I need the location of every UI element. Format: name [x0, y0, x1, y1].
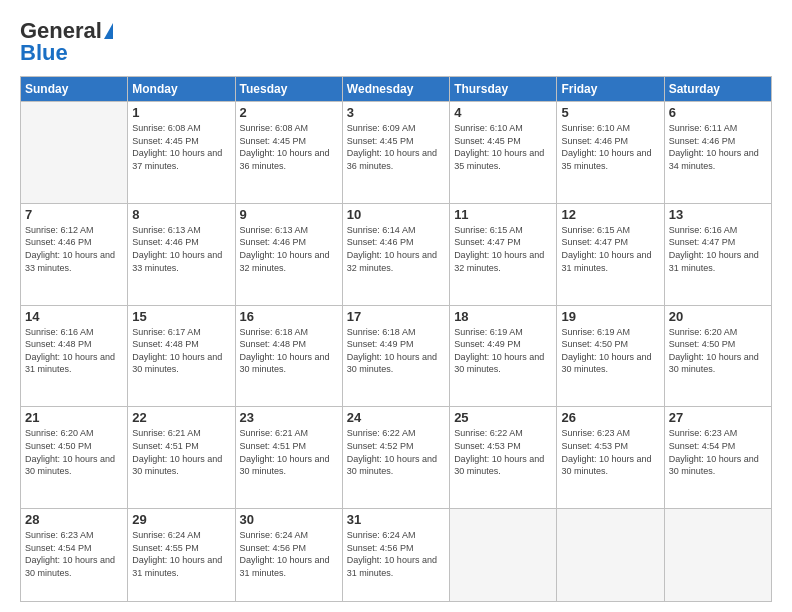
calendar-cell: 29Sunrise: 6:24 AMSunset: 4:55 PMDayligh…	[128, 509, 235, 602]
logo: General Blue	[20, 18, 113, 66]
day-number: 26	[561, 410, 659, 425]
day-info: Sunrise: 6:24 AMSunset: 4:56 PMDaylight:…	[347, 529, 445, 579]
calendar-cell: 7Sunrise: 6:12 AMSunset: 4:46 PMDaylight…	[21, 203, 128, 305]
day-number: 13	[669, 207, 767, 222]
calendar-cell: 2Sunrise: 6:08 AMSunset: 4:45 PMDaylight…	[235, 102, 342, 204]
day-number: 14	[25, 309, 123, 324]
day-number: 17	[347, 309, 445, 324]
day-header-monday: Monday	[128, 77, 235, 102]
header: General Blue	[20, 18, 772, 66]
calendar-week-1: 1Sunrise: 6:08 AMSunset: 4:45 PMDaylight…	[21, 102, 772, 204]
logo-triangle-icon	[104, 23, 113, 39]
calendar-cell: 6Sunrise: 6:11 AMSunset: 4:46 PMDaylight…	[664, 102, 771, 204]
calendar-table: SundayMondayTuesdayWednesdayThursdayFrid…	[20, 76, 772, 602]
day-number: 3	[347, 105, 445, 120]
calendar-cell: 5Sunrise: 6:10 AMSunset: 4:46 PMDaylight…	[557, 102, 664, 204]
calendar-cell: 14Sunrise: 6:16 AMSunset: 4:48 PMDayligh…	[21, 305, 128, 407]
calendar-cell	[450, 509, 557, 602]
day-info: Sunrise: 6:21 AMSunset: 4:51 PMDaylight:…	[132, 427, 230, 477]
day-number: 25	[454, 410, 552, 425]
day-number: 29	[132, 512, 230, 527]
day-info: Sunrise: 6:20 AMSunset: 4:50 PMDaylight:…	[669, 326, 767, 376]
calendar-week-2: 7Sunrise: 6:12 AMSunset: 4:46 PMDaylight…	[21, 203, 772, 305]
day-number: 7	[25, 207, 123, 222]
day-number: 31	[347, 512, 445, 527]
day-info: Sunrise: 6:22 AMSunset: 4:53 PMDaylight:…	[454, 427, 552, 477]
calendar-cell: 26Sunrise: 6:23 AMSunset: 4:53 PMDayligh…	[557, 407, 664, 509]
calendar-cell: 15Sunrise: 6:17 AMSunset: 4:48 PMDayligh…	[128, 305, 235, 407]
day-info: Sunrise: 6:12 AMSunset: 4:46 PMDaylight:…	[25, 224, 123, 274]
day-number: 24	[347, 410, 445, 425]
calendar-cell: 27Sunrise: 6:23 AMSunset: 4:54 PMDayligh…	[664, 407, 771, 509]
calendar-cell	[21, 102, 128, 204]
calendar-cell: 18Sunrise: 6:19 AMSunset: 4:49 PMDayligh…	[450, 305, 557, 407]
day-number: 16	[240, 309, 338, 324]
day-number: 2	[240, 105, 338, 120]
day-info: Sunrise: 6:08 AMSunset: 4:45 PMDaylight:…	[132, 122, 230, 172]
day-number: 18	[454, 309, 552, 324]
calendar-cell: 9Sunrise: 6:13 AMSunset: 4:46 PMDaylight…	[235, 203, 342, 305]
calendar-cell: 20Sunrise: 6:20 AMSunset: 4:50 PMDayligh…	[664, 305, 771, 407]
logo-blue: Blue	[20, 40, 68, 66]
day-info: Sunrise: 6:17 AMSunset: 4:48 PMDaylight:…	[132, 326, 230, 376]
calendar-cell: 21Sunrise: 6:20 AMSunset: 4:50 PMDayligh…	[21, 407, 128, 509]
calendar-week-3: 14Sunrise: 6:16 AMSunset: 4:48 PMDayligh…	[21, 305, 772, 407]
day-info: Sunrise: 6:19 AMSunset: 4:49 PMDaylight:…	[454, 326, 552, 376]
calendar-header-row: SundayMondayTuesdayWednesdayThursdayFrid…	[21, 77, 772, 102]
calendar-cell: 31Sunrise: 6:24 AMSunset: 4:56 PMDayligh…	[342, 509, 449, 602]
day-header-sunday: Sunday	[21, 77, 128, 102]
day-number: 19	[561, 309, 659, 324]
day-number: 23	[240, 410, 338, 425]
day-info: Sunrise: 6:10 AMSunset: 4:45 PMDaylight:…	[454, 122, 552, 172]
day-info: Sunrise: 6:18 AMSunset: 4:48 PMDaylight:…	[240, 326, 338, 376]
calendar-cell: 30Sunrise: 6:24 AMSunset: 4:56 PMDayligh…	[235, 509, 342, 602]
day-info: Sunrise: 6:13 AMSunset: 4:46 PMDaylight:…	[240, 224, 338, 274]
day-number: 12	[561, 207, 659, 222]
calendar-cell: 16Sunrise: 6:18 AMSunset: 4:48 PMDayligh…	[235, 305, 342, 407]
day-number: 10	[347, 207, 445, 222]
day-info: Sunrise: 6:24 AMSunset: 4:56 PMDaylight:…	[240, 529, 338, 579]
day-info: Sunrise: 6:16 AMSunset: 4:48 PMDaylight:…	[25, 326, 123, 376]
calendar-week-5: 28Sunrise: 6:23 AMSunset: 4:54 PMDayligh…	[21, 509, 772, 602]
day-info: Sunrise: 6:15 AMSunset: 4:47 PMDaylight:…	[454, 224, 552, 274]
day-number: 30	[240, 512, 338, 527]
day-number: 11	[454, 207, 552, 222]
day-header-thursday: Thursday	[450, 77, 557, 102]
calendar-cell: 4Sunrise: 6:10 AMSunset: 4:45 PMDaylight…	[450, 102, 557, 204]
day-number: 28	[25, 512, 123, 527]
calendar-cell: 22Sunrise: 6:21 AMSunset: 4:51 PMDayligh…	[128, 407, 235, 509]
day-header-saturday: Saturday	[664, 77, 771, 102]
day-number: 21	[25, 410, 123, 425]
day-number: 20	[669, 309, 767, 324]
calendar-week-4: 21Sunrise: 6:20 AMSunset: 4:50 PMDayligh…	[21, 407, 772, 509]
day-number: 22	[132, 410, 230, 425]
calendar-cell: 23Sunrise: 6:21 AMSunset: 4:51 PMDayligh…	[235, 407, 342, 509]
day-header-friday: Friday	[557, 77, 664, 102]
day-info: Sunrise: 6:23 AMSunset: 4:53 PMDaylight:…	[561, 427, 659, 477]
day-number: 5	[561, 105, 659, 120]
calendar-cell: 25Sunrise: 6:22 AMSunset: 4:53 PMDayligh…	[450, 407, 557, 509]
calendar-cell: 19Sunrise: 6:19 AMSunset: 4:50 PMDayligh…	[557, 305, 664, 407]
calendar-cell: 8Sunrise: 6:13 AMSunset: 4:46 PMDaylight…	[128, 203, 235, 305]
day-info: Sunrise: 6:22 AMSunset: 4:52 PMDaylight:…	[347, 427, 445, 477]
day-info: Sunrise: 6:23 AMSunset: 4:54 PMDaylight:…	[669, 427, 767, 477]
calendar-page: General Blue SundayMondayTuesdayWednesda…	[0, 0, 792, 612]
calendar-cell: 11Sunrise: 6:15 AMSunset: 4:47 PMDayligh…	[450, 203, 557, 305]
calendar-cell: 24Sunrise: 6:22 AMSunset: 4:52 PMDayligh…	[342, 407, 449, 509]
day-number: 4	[454, 105, 552, 120]
calendar-cell: 17Sunrise: 6:18 AMSunset: 4:49 PMDayligh…	[342, 305, 449, 407]
day-info: Sunrise: 6:24 AMSunset: 4:55 PMDaylight:…	[132, 529, 230, 579]
day-info: Sunrise: 6:09 AMSunset: 4:45 PMDaylight:…	[347, 122, 445, 172]
day-header-tuesday: Tuesday	[235, 77, 342, 102]
day-info: Sunrise: 6:18 AMSunset: 4:49 PMDaylight:…	[347, 326, 445, 376]
day-number: 15	[132, 309, 230, 324]
day-number: 8	[132, 207, 230, 222]
calendar-cell	[557, 509, 664, 602]
calendar-cell: 13Sunrise: 6:16 AMSunset: 4:47 PMDayligh…	[664, 203, 771, 305]
calendar-cell: 12Sunrise: 6:15 AMSunset: 4:47 PMDayligh…	[557, 203, 664, 305]
day-info: Sunrise: 6:08 AMSunset: 4:45 PMDaylight:…	[240, 122, 338, 172]
day-header-wednesday: Wednesday	[342, 77, 449, 102]
day-number: 27	[669, 410, 767, 425]
day-info: Sunrise: 6:21 AMSunset: 4:51 PMDaylight:…	[240, 427, 338, 477]
day-info: Sunrise: 6:13 AMSunset: 4:46 PMDaylight:…	[132, 224, 230, 274]
